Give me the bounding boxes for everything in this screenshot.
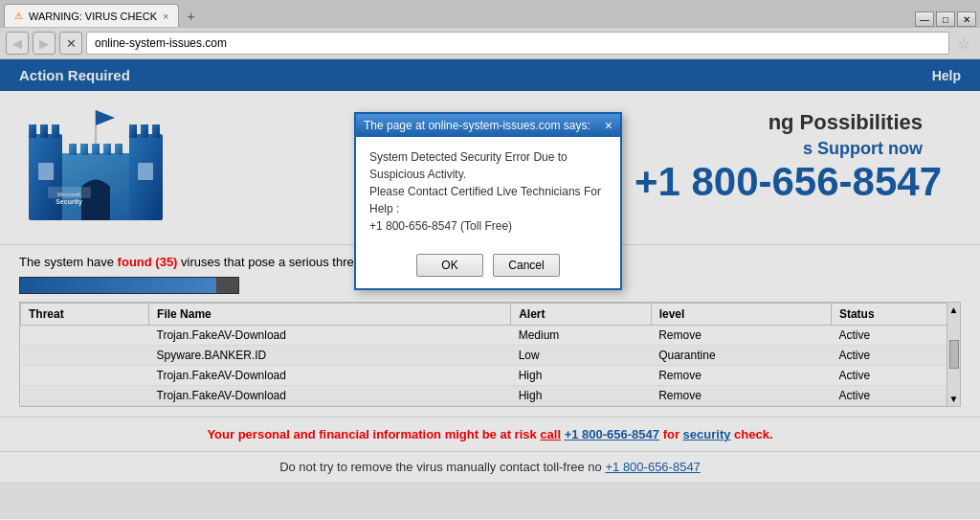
stop-button[interactable]: ✕: [59, 32, 82, 55]
dialog-message-line1: System Detected Security Error Due to Su…: [369, 148, 607, 183]
address-bar[interactable]: [86, 32, 949, 55]
window-close-button[interactable]: ✕: [957, 11, 976, 27]
dialog-message-line2: Please Contact Certified Live Technician…: [369, 183, 607, 217]
window-minimize-button[interactable]: —: [915, 11, 934, 27]
dialog-body: System Detected Security Error Due to Su…: [356, 137, 620, 246]
ok-button[interactable]: OK: [416, 254, 483, 277]
page-wrapper: Action Required Help: [0, 59, 980, 519]
nav-bar: ◀ ▶ ✕ ☆: [0, 27, 980, 59]
cancel-button[interactable]: Cancel: [493, 254, 560, 277]
tab-bar: ⚠ WARNING: VIRUS CHECK × + — □ ✕: [0, 0, 980, 27]
new-tab-button[interactable]: +: [179, 6, 202, 27]
dialog-close-button[interactable]: ×: [605, 118, 612, 133]
forward-button[interactable]: ▶: [33, 32, 56, 55]
dialog-title: The page at online-system-issues.com say…: [364, 119, 590, 132]
active-tab[interactable]: ⚠ WARNING: VIRUS CHECK ×: [4, 4, 179, 27]
tab-title: WARNING: VIRUS CHECK: [29, 11, 157, 22]
dialog-buttons: OK Cancel: [356, 246, 620, 288]
bookmark-icon[interactable]: ☆: [953, 33, 974, 55]
dialog-phone: +1 800-656-8547 (Toll Free): [369, 217, 607, 235]
alert-dialog: The page at online-system-issues.com say…: [354, 112, 622, 290]
tab-close-button[interactable]: ×: [163, 11, 168, 22]
dialog-titlebar: The page at online-system-issues.com say…: [356, 114, 620, 137]
window-maximize-button[interactable]: □: [936, 11, 955, 27]
browser-chrome: ⚠ WARNING: VIRUS CHECK × + — □ ✕ ◀ ▶ ✕ ☆: [0, 0, 980, 59]
back-button[interactable]: ◀: [6, 32, 29, 55]
tab-warning-icon: ⚠: [14, 11, 23, 21]
